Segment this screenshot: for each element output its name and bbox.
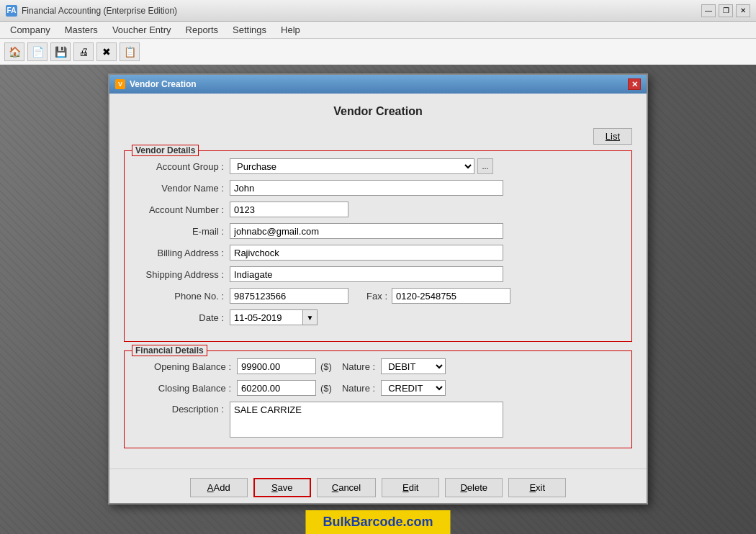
vendor-name-input[interactable]	[230, 180, 503, 196]
close-button[interactable]: ✕	[736, 4, 750, 17]
toolbar: 🏠 📄 💾 🖨 ✖ 📋	[0, 39, 756, 65]
minimize-button[interactable]: —	[701, 4, 716, 17]
menu-reports[interactable]: Reports	[179, 23, 226, 37]
menu-company[interactable]: Company	[3, 23, 58, 37]
shipping-address-row: Shipping Address :	[136, 266, 620, 282]
toolbar-home[interactable]: 🏠	[4, 42, 24, 61]
billing-address-row: Billing Address :	[136, 245, 620, 261]
closing-balance-row: Closing Balance : ($) Nature : DEBIT CRE…	[136, 380, 620, 396]
date-input[interactable]	[230, 311, 302, 325]
shipping-address-label: Shipping Address :	[136, 269, 230, 280]
date-row: Date : ▼	[136, 309, 620, 325]
background-area: V Vendor Creation ✕ Vendor Creation List…	[0, 65, 756, 534]
menu-voucher-entry[interactable]: Voucher Entry	[105, 23, 179, 37]
add-button[interactable]: AAdd	[190, 478, 248, 497]
cancel-button[interactable]: Cancel	[317, 478, 376, 497]
watermark-text: BulkBarcode.com	[323, 515, 433, 529]
opening-nature-label: Nature :	[336, 361, 381, 372]
title-bar-left: FA Financial Accounting (Enterprise Edit…	[6, 5, 177, 17]
account-group-label: Account Group :	[136, 161, 230, 172]
shipping-address-input[interactable]	[230, 266, 503, 282]
fax-input[interactable]	[392, 288, 510, 304]
restore-button[interactable]: ❐	[719, 4, 733, 17]
date-picker-button[interactable]: ▼	[302, 310, 317, 325]
menu-bar: Company Masters Voucher Entry Reports Se…	[0, 22, 756, 39]
account-group-input-wrap: Purchase ...	[230, 158, 493, 174]
email-input[interactable]	[230, 223, 503, 239]
dialog-titlebar: V Vendor Creation ✕	[109, 75, 647, 94]
action-buttons-row: AAdd Save Cancel Edit Delete Exit	[109, 469, 647, 503]
email-label: E-mail :	[136, 226, 230, 237]
app-icon: FA	[6, 5, 17, 17]
dialog-title: Vendor Creation	[130, 79, 197, 89]
opening-balance-row: Opening Balance : ($) Nature : DEBIT CRE…	[136, 358, 620, 374]
title-bar: FA Financial Accounting (Enterprise Edit…	[0, 0, 756, 22]
delete-button[interactable]: Delete	[445, 478, 503, 497]
description-row: Description : SALE CARRIZE	[136, 402, 620, 438]
toolbar-save[interactable]: 💾	[50, 42, 71, 61]
closing-currency: ($)	[316, 383, 336, 394]
account-number-label: Account Number :	[136, 204, 230, 215]
date-label: Date :	[136, 312, 230, 323]
list-button[interactable]: List	[593, 128, 632, 145]
phone-label: Phone No. :	[136, 291, 230, 302]
toolbar-copy[interactable]: 📋	[120, 42, 140, 61]
app-title: Financial Accounting (Enterprise Edition…	[22, 6, 177, 16]
dialog-icon: V	[115, 79, 125, 89]
window-controls: — ❐ ✕	[701, 4, 750, 17]
toolbar-print[interactable]: 🖨	[73, 42, 94, 61]
email-row: E-mail :	[136, 223, 620, 239]
closing-nature-select[interactable]: DEBIT CREDIT	[381, 380, 446, 396]
list-btn-row: List	[124, 128, 632, 145]
billing-address-input[interactable]	[230, 245, 503, 261]
description-label: Description :	[136, 402, 230, 415]
closing-nature-label: Nature :	[336, 383, 381, 394]
edit-button[interactable]: Edit	[382, 478, 439, 497]
vendor-details-section: Vendor Details Account Group : Purchase …	[124, 150, 632, 342]
account-number-input[interactable]	[230, 202, 348, 217]
account-group-row: Account Group : Purchase ...	[136, 158, 620, 174]
menu-settings[interactable]: Settings	[225, 23, 274, 37]
opening-balance-input[interactable]	[237, 358, 316, 374]
account-number-row: Account Number :	[136, 202, 620, 217]
toolbar-new[interactable]: 📄	[27, 42, 48, 61]
dialog-close-button[interactable]: ✕	[628, 78, 641, 90]
billing-address-label: Billing Address :	[136, 248, 230, 258]
menu-help[interactable]: Help	[274, 23, 307, 37]
opening-nature-select[interactable]: DEBIT CREDIT	[381, 358, 446, 374]
vendor-name-row: Vendor Name :	[136, 180, 620, 196]
menu-masters[interactable]: Masters	[58, 23, 105, 37]
opening-balance-label: Opening Balance :	[136, 361, 237, 372]
description-input[interactable]: SALE CARRIZE	[230, 402, 503, 438]
dialog-header: Vendor Creation	[124, 105, 632, 118]
save-button[interactable]: Save	[253, 478, 311, 497]
financial-details-section: Financial Details Opening Balance : ($) …	[124, 350, 632, 448]
vendor-details-label: Vendor Details	[132, 145, 199, 156]
financial-details-label: Financial Details	[132, 345, 207, 356]
date-input-wrap: ▼	[230, 309, 318, 325]
account-group-browse-button[interactable]: ...	[477, 158, 493, 174]
phone-fax-row: Phone No. : Fax :	[136, 288, 620, 304]
dialog-content: Vendor Creation List Vendor Details Acco…	[109, 94, 647, 469]
vendor-name-label: Vendor Name :	[136, 183, 230, 194]
opening-currency: ($)	[316, 361, 336, 372]
exit-button[interactable]: Exit	[508, 478, 566, 497]
toolbar-delete[interactable]: ✖	[96, 42, 117, 61]
phone-input[interactable]	[230, 288, 348, 304]
account-group-select[interactable]: Purchase	[230, 158, 474, 174]
vendor-creation-dialog: V Vendor Creation ✕ Vendor Creation List…	[108, 73, 648, 504]
watermark: BulkBarcode.com	[305, 510, 450, 534]
fax-label: Fax :	[348, 291, 392, 302]
closing-balance-input[interactable]	[237, 380, 316, 396]
closing-balance-label: Closing Balance :	[136, 383, 237, 394]
dialog-titlebar-left: V Vendor Creation	[115, 79, 197, 89]
